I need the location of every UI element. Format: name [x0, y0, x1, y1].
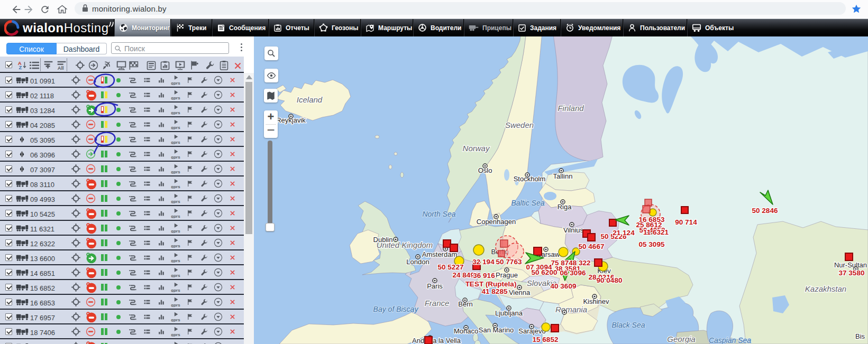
svg-text:90 0480: 90 0480 — [597, 276, 623, 284]
svg-text:Kazakhstan: Kazakhstan — [805, 284, 846, 293]
svg-text:Dublin: Dublin — [373, 236, 393, 244]
svg-text:Georgia: Georgia — [667, 334, 695, 343]
svg-text:36 916: 36 916 — [473, 272, 495, 280]
svg-text:Caspian Sea: Caspian Sea — [709, 336, 751, 344]
svg-text:15 6852: 15 6852 — [533, 336, 559, 343]
svg-text:Tallinn: Tallinn — [553, 172, 573, 180]
svg-text:Bis: Bis — [855, 332, 865, 340]
svg-text:Z: Z — [19, 64, 22, 70]
svg-text:Sweden: Sweden — [505, 120, 534, 129]
svg-text:Andorra la Vella: Andorra la Vella — [412, 337, 461, 344]
svg-text:11 6321: 11 6321 — [643, 228, 669, 236]
svg-text:21 124: 21 124 — [613, 229, 635, 237]
svg-text:50 5227: 50 5227 — [438, 263, 464, 271]
svg-text:50 2846: 50 2846 — [752, 207, 778, 215]
svg-text:05 3095: 05 3095 — [639, 240, 665, 248]
svg-text:Finland: Finland — [558, 104, 584, 113]
svg-text:06 3096: 06 3096 — [560, 269, 586, 277]
svg-text:41 8285: 41 8285 — [482, 287, 508, 295]
svg-text:32 194: 32 194 — [472, 258, 495, 266]
svg-text:Nur-Sultan: Nur-Sultan — [834, 261, 867, 269]
svg-text:TEST (Ruptela): TEST (Ruptela) — [465, 280, 517, 288]
svg-text:50 4667: 50 4667 — [579, 243, 605, 250]
svg-text:Riga: Riga — [558, 203, 572, 211]
svg-text:37 3580: 37 3580 — [839, 269, 865, 277]
svg-text:50 6200: 50 6200 — [532, 268, 558, 276]
svg-text:Black Sea: Black Sea — [611, 321, 645, 329]
svg-text:Paris: Paris — [427, 282, 443, 290]
svg-text:France: France — [425, 299, 450, 308]
svg-text:Vilnius: Vilnius — [563, 226, 584, 234]
svg-text:North Sea: North Sea — [422, 210, 455, 218]
svg-text:All: All — [58, 65, 64, 70]
svg-text:Baltic Sea: Baltic Sea — [511, 199, 544, 207]
svg-text:Bay of Biscay: Bay of Biscay — [373, 305, 419, 313]
svg-text:Iceland: Iceland — [297, 95, 323, 104]
svg-text:Kishinev: Kishinev — [583, 297, 609, 305]
svg-text:Norway: Norway — [463, 144, 490, 153]
svg-text:50 7763: 50 7763 — [496, 258, 522, 266]
svg-text:40 3609: 40 3609 — [551, 282, 577, 290]
svg-text:Romania: Romania — [555, 305, 587, 314]
svg-text:90 714: 90 714 — [675, 218, 697, 226]
